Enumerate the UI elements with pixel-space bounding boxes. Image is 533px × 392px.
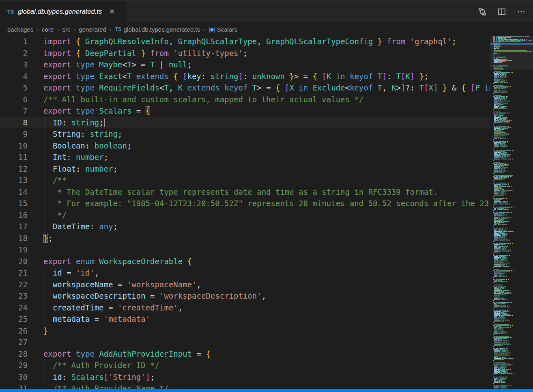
code-line-8[interactable]: ID: string; bbox=[0, 117, 490, 129]
code-line-13[interactable]: /** bbox=[0, 174, 490, 186]
code-line-25[interactable]: metadata = 'metadata' bbox=[0, 313, 490, 325]
indent-guide bbox=[45, 360, 45, 389]
line-number[interactable]: 17 bbox=[0, 221, 28, 233]
vscode-window: { "tab_bar": { "tabs": [ { "ts_badge": "… bbox=[0, 0, 533, 392]
breadcrumb-item-scalars-symbol[interactable]: [◆] Scalars bbox=[208, 26, 237, 33]
line-number[interactable]: 13 bbox=[0, 174, 28, 186]
tab-global-db-types-generated-ts[interactable]: TS global.db.types.generated.ts ✕ bbox=[0, 0, 127, 23]
breadcrumb-separator-icon: › bbox=[57, 26, 59, 33]
code-line-26[interactable]: } bbox=[0, 325, 490, 337]
typescript-file-icon: TS bbox=[115, 26, 122, 32]
code-line-14[interactable]: * The DateTime scalar type represents da… bbox=[0, 186, 490, 198]
line-number[interactable]: 20 bbox=[0, 256, 28, 267]
code-line-23[interactable]: workspaceDescription = 'workspaceDescrip… bbox=[0, 290, 490, 302]
line-number[interactable]: 16 bbox=[0, 209, 28, 221]
breadcrumb-separator-icon: › bbox=[203, 26, 205, 33]
breadcrumb-item-filename[interactable]: TS global.db.types.generated.ts bbox=[115, 26, 200, 33]
code-line-24[interactable]: createdTime = 'createdTime', bbox=[0, 302, 490, 314]
symbol-type-icon: [◆] bbox=[208, 26, 215, 32]
code-line-12[interactable]: Float: number; bbox=[0, 163, 490, 175]
line-number[interactable]: 7 bbox=[0, 105, 28, 117]
code-line-22[interactable]: workspaceName = 'workspaceName', bbox=[0, 279, 490, 291]
code-line-11[interactable]: Int: number; bbox=[0, 151, 490, 163]
line-number[interactable]: 5 bbox=[0, 82, 28, 94]
code-line-5[interactable]: export type RequireFields<T, K extends k… bbox=[0, 82, 490, 94]
line-number[interactable]: 19 bbox=[0, 244, 28, 256]
line-number[interactable]: 23 bbox=[0, 290, 28, 302]
line-number[interactable]: 29 bbox=[0, 360, 28, 371]
code-line-7[interactable]: export type Scalars = { bbox=[0, 105, 490, 117]
line-number[interactable]: 4 bbox=[0, 71, 28, 82]
line-number[interactable]: 22 bbox=[0, 279, 28, 291]
line-number[interactable]: 10 bbox=[0, 140, 28, 152]
open-changes-icon[interactable] bbox=[478, 7, 487, 16]
split-editor-icon[interactable] bbox=[497, 7, 506, 16]
code-line-31[interactable]: /** Auth Provider Name */ bbox=[0, 383, 490, 389]
close-tab-icon[interactable]: ✕ bbox=[108, 8, 115, 16]
line-number[interactable]: 9 bbox=[0, 128, 28, 140]
editor-actions bbox=[478, 0, 533, 23]
line-number[interactable]: 11 bbox=[0, 151, 28, 163]
typescript-file-icon: TS bbox=[6, 9, 14, 15]
breadcrumb: packages › core › src › generated › TS g… bbox=[0, 23, 533, 36]
line-number[interactable]: 12 bbox=[0, 163, 28, 175]
code-line-20[interactable]: export enum WorkspaceOrderable { bbox=[0, 256, 490, 267]
gutter[interactable]: 1234567891011121314151617181920212223242… bbox=[0, 36, 28, 389]
breadcrumb-item-generated[interactable]: generated bbox=[79, 26, 106, 33]
tab-title: global.db.types.generated.ts bbox=[18, 8, 102, 15]
code-line-29[interactable]: /** Auth Provider ID */ bbox=[0, 360, 490, 371]
breadcrumb-separator-icon: › bbox=[110, 26, 112, 33]
breadcrumb-item-packages[interactable]: packages bbox=[7, 26, 33, 33]
line-number[interactable]: 15 bbox=[0, 198, 28, 209]
code-line-28[interactable]: export type AddAuthProviderInput = { bbox=[0, 348, 490, 360]
breadcrumb-separator-icon: › bbox=[73, 26, 75, 33]
code-line-10[interactable]: Boolean: boolean; bbox=[0, 140, 490, 152]
line-number[interactable]: 6 bbox=[0, 94, 28, 106]
line-number[interactable]: 31 bbox=[0, 383, 28, 389]
line-number[interactable]: 18 bbox=[0, 233, 28, 244]
line-number[interactable]: 27 bbox=[0, 336, 28, 348]
minimap[interactable] bbox=[490, 36, 533, 389]
breadcrumb-separator-icon: › bbox=[37, 26, 39, 33]
line-number[interactable]: 26 bbox=[0, 325, 28, 337]
code-editor[interactable]: import { GraphQLResolveInfo, GraphQLScal… bbox=[0, 36, 533, 389]
line-number[interactable]: 28 bbox=[0, 348, 28, 360]
code-line-18[interactable]: }; bbox=[0, 233, 490, 244]
code-line-16[interactable]: */ bbox=[0, 209, 490, 221]
code-line-1[interactable]: import { GraphQLResolveInfo, GraphQLScal… bbox=[0, 36, 490, 47]
indent-guide bbox=[45, 267, 45, 325]
code-line-6[interactable]: /** All built-in and custom scalars, map… bbox=[0, 94, 490, 106]
line-number[interactable]: 3 bbox=[0, 59, 28, 71]
editor-tab-bar: TS global.db.types.generated.ts ✕ bbox=[0, 0, 533, 23]
code-line-9[interactable]: String: string; bbox=[0, 128, 490, 140]
code-line-2[interactable]: import { DeepPartial } from 'utility-typ… bbox=[0, 47, 490, 59]
line-number[interactable]: 24 bbox=[0, 302, 28, 314]
code-line-15[interactable]: * For example: "1985-04-12T23:20:50.52Z"… bbox=[0, 198, 490, 209]
code-line-3[interactable]: export type Maybe<T> = T | null; bbox=[0, 59, 490, 71]
line-number[interactable]: 21 bbox=[0, 267, 28, 279]
status-bar[interactable] bbox=[0, 389, 533, 392]
breadcrumb-item-src[interactable]: src bbox=[62, 26, 70, 33]
text-cursor bbox=[104, 118, 105, 127]
code-line-21[interactable]: id = 'id', bbox=[0, 267, 490, 279]
breadcrumb-item-core[interactable]: core bbox=[42, 26, 54, 33]
code-line-17[interactable]: DateTime: any; bbox=[0, 221, 490, 233]
line-number[interactable]: 14 bbox=[0, 186, 28, 198]
line-number[interactable]: 8 bbox=[0, 117, 28, 129]
more-actions-icon[interactable] bbox=[517, 7, 526, 16]
line-number[interactable]: 30 bbox=[0, 371, 28, 383]
code-line-19[interactable] bbox=[0, 244, 490, 256]
code-line-30[interactable]: id: Scalars['String']; bbox=[0, 371, 490, 383]
code-lines[interactable]: import { GraphQLResolveInfo, GraphQLScal… bbox=[0, 36, 490, 389]
line-number[interactable]: 25 bbox=[0, 313, 28, 325]
indent-guide bbox=[45, 117, 45, 233]
code-line-27[interactable] bbox=[0, 336, 490, 348]
line-number[interactable]: 2 bbox=[0, 47, 28, 59]
line-number[interactable]: 1 bbox=[0, 36, 28, 47]
code-line-4[interactable]: export type Exact<T extends { [key: stri… bbox=[0, 71, 490, 82]
